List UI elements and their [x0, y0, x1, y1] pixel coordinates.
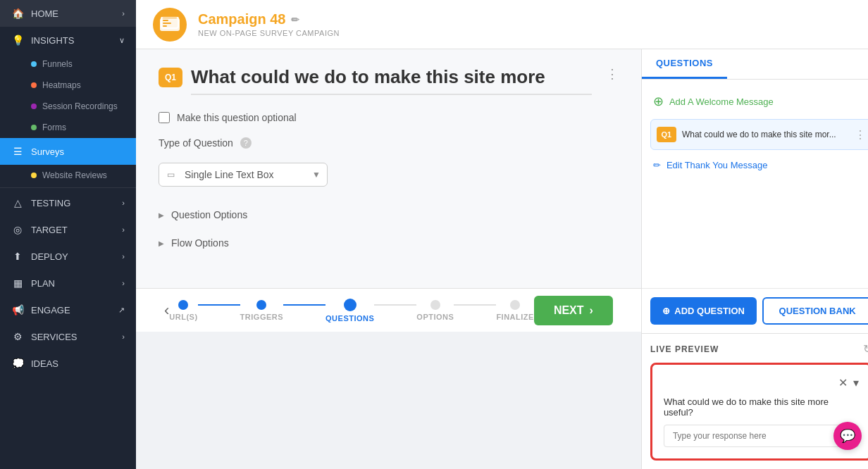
live-preview-title: LIVE PREVIEW: [650, 344, 719, 354]
edit-thankyou-button[interactable]: ✏ Edit Thank You Message: [650, 154, 868, 176]
step-questions: QUESTIONS: [326, 299, 374, 323]
sidebar-item-target[interactable]: ◎ TARGET ›: [0, 216, 136, 243]
sidebar-item-session-recordings[interactable]: Session Recordings: [0, 96, 136, 117]
type-label: Type of Question: [159, 137, 233, 149]
preview-widget: ✕ ▾ What could we do to make this site m…: [650, 363, 868, 461]
live-preview-section: LIVE PREVIEW ↻ ✕ ▾ What could we do to m…: [642, 333, 868, 469]
optional-row: Make this question optional: [159, 112, 619, 123]
sidebar-item-testing[interactable]: △ TESTING ›: [0, 189, 136, 216]
target-icon: ◎: [11, 223, 24, 236]
refresh-icon[interactable]: ↻: [863, 342, 868, 356]
home-icon: 🏠: [11, 7, 24, 20]
live-preview-header: LIVE PREVIEW ↻: [650, 342, 868, 356]
optional-checkbox[interactable]: [159, 112, 170, 123]
sidebar-item-funnels[interactable]: Funnels: [0, 54, 136, 75]
question-badge: Q1: [159, 68, 182, 87]
step-urls: URL(S): [169, 300, 197, 321]
question-header: Q1 What could we do to make this site mo…: [159, 66, 619, 95]
step-options: OPTIONS: [416, 300, 454, 321]
preview-widget-controls: ✕ ▾: [664, 376, 859, 389]
next-button[interactable]: NEXT ›: [534, 296, 613, 325]
edit-pencil-icon: ✏: [653, 160, 661, 170]
sidebar-item-services[interactable]: ⚙ SERVICES ›: [0, 323, 136, 350]
edit-campaign-icon[interactable]: ✏: [291, 14, 299, 25]
minimize-preview-icon[interactable]: ▾: [853, 376, 859, 389]
step-line-1: [198, 304, 240, 306]
svg-rect-2: [163, 20, 168, 21]
preview-question-text: What could we do to make this site more …: [664, 396, 859, 418]
heatmaps-dot: [31, 82, 37, 88]
step-dot-triggers: [256, 300, 266, 310]
question-bank-button[interactable]: QUESTION BANK: [762, 297, 868, 325]
sidebar-item-home[interactable]: 🏠 HOME ›: [0, 0, 136, 27]
campaign-subtitle: NEW ON-PAGE SURVEY CAMPAIGN: [198, 29, 340, 37]
sidebar-item-engage[interactable]: 📢 ENGAGE ↗: [0, 296, 136, 323]
editor-container: Q1 What could we do to make this site mo…: [136, 49, 641, 469]
question-type-select[interactable]: Single Line Text Box: [159, 163, 328, 187]
content-wrapper: Q1 What could we do to make this site mo…: [136, 49, 868, 469]
sidebar-item-plan[interactable]: ▦ PLAN ›: [0, 270, 136, 296]
tab-questions[interactable]: QUESTIONS: [642, 49, 727, 79]
campaign-name: Campaign 48 ✏: [198, 11, 340, 27]
campaign-info: Campaign 48 ✏ NEW ON-PAGE SURVEY CAMPAIG…: [198, 11, 340, 37]
testing-icon: △: [11, 196, 24, 209]
back-button[interactable]: ‹: [164, 301, 169, 320]
nav-steps: URL(S) TRIGGERS QUESTIONS: [169, 299, 534, 323]
funnels-dot: [31, 61, 37, 67]
question-list-item[interactable]: Q1 What could we do to make this site mo…: [650, 119, 868, 150]
optional-label[interactable]: Make this question optional: [177, 112, 297, 123]
reviews-dot: [31, 173, 37, 178]
panel-content: ⊕ Add A Welcome Message Q1 What could we…: [642, 80, 868, 288]
question-item-menu-icon[interactable]: ⋮: [855, 128, 866, 142]
sidebar-item-deploy[interactable]: ⬆ DEPLOY ›: [0, 243, 136, 270]
services-icon: ⚙: [11, 330, 24, 343]
chat-icon: 💬: [840, 428, 855, 444]
flow-options-toggle[interactable]: ▶ Flow Options: [159, 229, 619, 257]
question-item-text: What could we do to make this site mor..…: [682, 130, 849, 139]
sidebar-item-website-reviews[interactable]: Website Reviews: [0, 165, 136, 186]
sidebar-item-forms[interactable]: Forms: [0, 117, 136, 138]
session-dot: [31, 104, 37, 109]
surveys-icon: ☰: [11, 145, 24, 158]
sidebar-item-surveys[interactable]: ☰ Surveys: [0, 138, 136, 165]
step-dot-urls: [178, 300, 188, 310]
forms-dot: [31, 125, 37, 130]
step-label-questions: QUESTIONS: [326, 314, 374, 323]
preview-fab-button[interactable]: 💬: [833, 422, 862, 450]
question-options-toggle[interactable]: ▶ Question Options: [159, 201, 619, 229]
add-question-button[interactable]: ⊕ ADD QUESTION: [650, 297, 757, 325]
tab-empty: [727, 49, 868, 79]
question-title[interactable]: What could we do to make this site more: [191, 66, 592, 95]
help-icon[interactable]: ?: [240, 137, 252, 149]
sidebar-item-ideas[interactable]: 💭 IDEAS: [0, 350, 136, 377]
step-line-3: [374, 304, 416, 306]
campaign-icon: [153, 8, 187, 42]
step-triggers: TRIGGERS: [240, 300, 283, 321]
right-panel: QUESTIONS ⊕ Add A Welcome Message Q1 Wha…: [641, 49, 868, 469]
panel-actions: ⊕ ADD QUESTION QUESTION BANK: [642, 288, 868, 333]
step-label-triggers: TRIGGERS: [240, 313, 283, 321]
question-type-wrapper: Single Line Text Box ▭ ▼: [159, 163, 328, 187]
step-label-urls: URL(S): [169, 313, 197, 321]
insights-icon: 💡: [11, 34, 24, 46]
ideas-icon: 💭: [11, 357, 24, 370]
step-dot-questions: [344, 299, 356, 311]
main-content: Campaign 48 ✏ NEW ON-PAGE SURVEY CAMPAIG…: [136, 0, 868, 469]
sidebar-item-insights[interactable]: 💡 INSIGHTS ∨: [0, 27, 136, 54]
add-welcome-button[interactable]: ⊕ Add A Welcome Message: [650, 88, 868, 115]
tab-header: QUESTIONS: [642, 49, 868, 80]
question-menu-icon[interactable]: ⋮: [606, 66, 619, 82]
select-type-icon: ▭: [167, 170, 175, 180]
step-dot-options: [430, 300, 440, 310]
svg-rect-4: [163, 25, 167, 27]
svg-rect-3: [163, 23, 171, 24]
step-dot-finalize: [510, 300, 520, 310]
preview-input-field[interactable]: [664, 425, 859, 447]
sidebar-item-heatmaps[interactable]: Heatmaps: [0, 75, 136, 96]
sidebar: 🏠 HOME › 💡 INSIGHTS ∨ Funnels Heatmaps S…: [0, 0, 136, 469]
plan-icon: ▦: [11, 277, 24, 289]
type-row: Type of Question ?: [159, 137, 619, 149]
close-preview-icon[interactable]: ✕: [838, 376, 848, 389]
step-label-options: OPTIONS: [416, 313, 454, 321]
flow-options-arrow: ▶: [159, 239, 164, 247]
